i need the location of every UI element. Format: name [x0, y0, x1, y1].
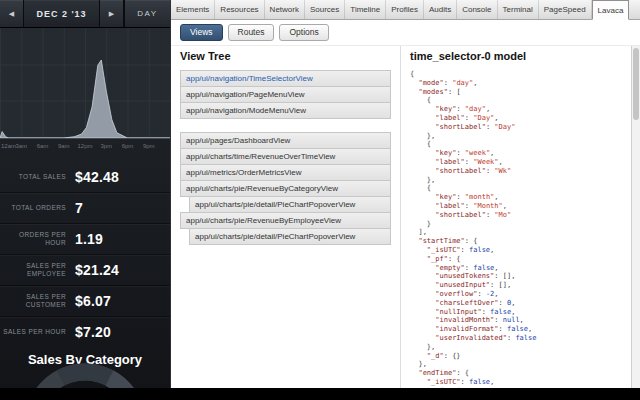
- screenshot-root: ◀ DEC 2 '13 ▶ DAY 12am3am6am9am12pm3pm6p…: [0, 0, 640, 400]
- metric-value: 7: [75, 200, 83, 216]
- view-tree-pane: View Tree app/ui/navigation/TimeSelector…: [171, 46, 400, 388]
- metric-label: TOTAL SALES: [0, 173, 66, 181]
- view-tree-group: app/ui/navigation/TimeSelectorViewapp/ui…: [180, 70, 391, 119]
- metric-row: SALES PER HOUR$7.20: [0, 316, 170, 347]
- current-date-label[interactable]: DEC 2 '13: [24, 0, 100, 27]
- view-tree-item[interactable]: app/ui/charts/pie/detail/PieChartPopover…: [189, 228, 391, 245]
- metric-row: TOTAL SALES$42.48: [0, 162, 170, 192]
- subtab-views[interactable]: Views: [180, 24, 223, 42]
- view-tree-item[interactable]: app/ui/metrics/OrderMetricsView: [180, 164, 391, 181]
- axis-tick-label: 3pm: [100, 143, 112, 149]
- view-tree-item[interactable]: app/ui/navigation/PageMenuView: [180, 86, 391, 103]
- day-mode-label: DAY: [137, 9, 157, 18]
- model-title: time_selector-0 model: [410, 50, 631, 62]
- devtools-tab-elements[interactable]: Elements: [171, 0, 215, 19]
- view-tree-item[interactable]: app/ui/charts/pie/detail/PieChartPopover…: [189, 196, 391, 213]
- model-json-view: { "mode": "day", "modes": [ { "key": "da…: [410, 70, 631, 388]
- view-tree-list: app/ui/navigation/TimeSelectorViewapp/ui…: [180, 70, 391, 245]
- date-selector-bar: ◀ DEC 2 '13 ▶ DAY: [0, 0, 170, 28]
- view-tree-item[interactable]: app/ui/charts/time/RevenueOverTimeView: [180, 148, 391, 165]
- view-tree-item[interactable]: app/ui/navigation/TimeSelectorView: [180, 70, 391, 87]
- devtools-tab-lavaca[interactable]: Lavaca: [592, 0, 630, 20]
- axis-tick-label: 9pm: [143, 143, 155, 149]
- devtools-tab-sources[interactable]: Sources: [305, 0, 345, 19]
- axis-tick-label: 6am: [37, 143, 49, 149]
- metric-row: SALES PER EMPLOYEE$21.24: [0, 254, 170, 285]
- area-chart-svg: [0, 28, 170, 157]
- axis-tick-label: 9am: [58, 143, 70, 149]
- axis-tick-label: 6pm: [122, 143, 134, 149]
- view-tree-item[interactable]: app/ui/charts/pie/RevenueByEmployeeView: [180, 212, 391, 229]
- devtools-tab-console[interactable]: Console: [457, 0, 497, 19]
- devtools-panel: ElementsResourcesNetworkSourcesTimelineP…: [170, 0, 640, 388]
- subtab-options[interactable]: Options: [279, 24, 328, 42]
- metric-label: SALES PER HOUR: [0, 328, 66, 336]
- axis-tick-label: 12pm: [77, 143, 92, 149]
- metric-label: ORDERS PER HOUR: [0, 231, 66, 247]
- metric-label: TOTAL ORDERS: [0, 204, 66, 212]
- view-tree-item[interactable]: app/ui/charts/pie/RevenueByCategoryView: [180, 180, 391, 197]
- bottom-black-bar: [0, 388, 640, 400]
- devtools-tab-audits[interactable]: Audits: [424, 0, 457, 19]
- metric-value: $21.24: [75, 262, 119, 278]
- donut-chart-svg: [0, 352, 170, 388]
- devtools-tab-network[interactable]: Network: [265, 0, 305, 19]
- metric-value: $6.07: [75, 293, 111, 309]
- view-tree-title: View Tree: [180, 50, 391, 62]
- axis-tick-label: 3am: [15, 143, 27, 149]
- axis-tick-label: 12am: [1, 143, 16, 149]
- prev-date-button[interactable]: ◀: [0, 0, 24, 27]
- metric-value: 1.19: [75, 231, 103, 247]
- day-mode-button[interactable]: DAY: [124, 0, 170, 27]
- metric-row: TOTAL ORDERS7: [0, 192, 170, 223]
- devtools-tab-resources[interactable]: Resources: [215, 0, 264, 19]
- metric-label: SALES PER EMPLOYEE: [0, 262, 66, 278]
- metric-row: SALES PER CUSTOMER$6.07: [0, 285, 170, 316]
- prev-arrow-icon: ◀: [9, 10, 14, 18]
- order-metrics-list: TOTAL SALES$42.48TOTAL ORDERS7ORDERS PER…: [0, 157, 170, 347]
- revenue-over-time-chart: 12am3am6am9am12pm3pm6pm9pm: [0, 28, 170, 157]
- next-arrow-icon: ▶: [109, 10, 114, 18]
- devtools-tab-timeline[interactable]: Timeline: [345, 0, 386, 19]
- lavaca-subtab-bar: ViewsRoutesOptions: [171, 20, 640, 46]
- model-inspector-pane: time_selector-0 model { "mode": "day", "…: [400, 46, 631, 388]
- vertical-scrollbar[interactable]: [631, 46, 640, 388]
- scrollbar-thumb[interactable]: [633, 48, 639, 120]
- subtab-routes[interactable]: Routes: [228, 24, 275, 42]
- metric-label: SALES PER CUSTOMER: [0, 293, 66, 309]
- devtools-tab-terminal[interactable]: Terminal: [498, 0, 539, 19]
- dashboard-app: ◀ DEC 2 '13 ▶ DAY 12am3am6am9am12pm3pm6p…: [0, 0, 170, 388]
- metric-value: $7.20: [75, 324, 111, 340]
- lavaca-panel-body: View Tree app/ui/navigation/TimeSelector…: [171, 46, 640, 388]
- date-text: DEC 2 '13: [36, 9, 86, 19]
- view-tree-group: app/ui/pages/DashboardViewapp/ui/charts/…: [180, 132, 391, 245]
- view-tree-item[interactable]: app/ui/navigation/ModeMenuView: [180, 102, 391, 119]
- metric-row: ORDERS PER HOUR1.19: [0, 223, 170, 254]
- view-tree-item[interactable]: app/ui/pages/DashboardView: [180, 132, 391, 149]
- next-date-button[interactable]: ▶: [100, 0, 124, 27]
- devtools-tabbar: ElementsResourcesNetworkSourcesTimelineP…: [171, 0, 640, 20]
- devtools-tab-pagespeed[interactable]: PageSpeed: [539, 0, 592, 19]
- devtools-tab-profiles[interactable]: Profiles: [386, 0, 424, 19]
- metric-value: $42.48: [75, 169, 119, 185]
- sales-by-category-donut[interactable]: [0, 352, 170, 388]
